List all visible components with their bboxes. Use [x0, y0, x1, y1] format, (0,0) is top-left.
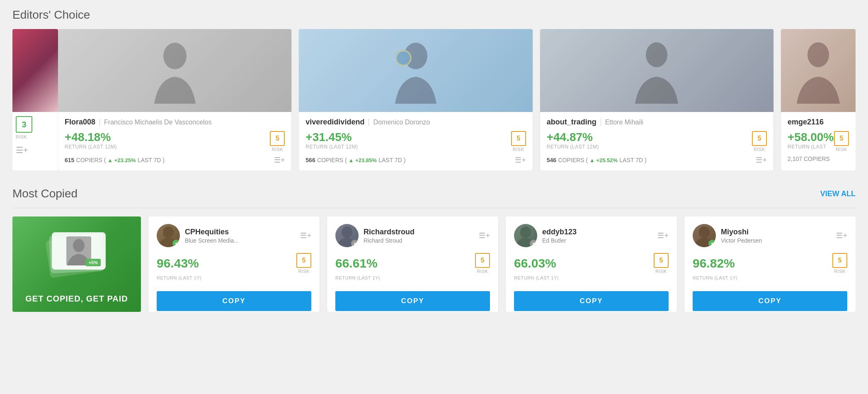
trader-cph-copy-button[interactable]: COPY — [157, 291, 311, 311]
editor-vivere-copiers-row: 566 COPIERS ( ▲ +23.85% LAST 7D ) ☰+ — [305, 156, 526, 165]
editor-flora-copy-icon[interactable]: ☰+ — [274, 156, 285, 165]
editor-flora-copiers-row: 615 COPIERS ( ▲ +23.25% LAST 7D ) ☰+ — [65, 156, 285, 165]
editor-about-risk-block: 5 RISK — [752, 131, 767, 152]
promo-card[interactable]: +5% GET COPIED, GET PAID — [12, 216, 141, 312]
editor-vivere-username-row: viveredidividend Domenico Doronzo — [305, 118, 526, 126]
trader-eddy-copy-button[interactable]: COPY — [514, 291, 669, 311]
trader-card-miyoshi: ★ Miyoshi Victor Pedersen ☰+ 96.82% 5 RI… — [684, 216, 856, 312]
editor-vivere-stats-row: +31.45% RETURN (LAST 12M) 5 RISK — [305, 131, 526, 152]
editor-emge-return-block: +58.00% RETURN (LAST — [788, 131, 834, 152]
trader-richard-copy-button[interactable]: COPY — [335, 291, 490, 311]
trader-richard-star: ★ — [351, 240, 359, 247]
svg-point-6 — [73, 239, 85, 252]
trader-cph-risk-block: 5 RISK — [296, 253, 311, 274]
view-all-link[interactable]: VIEW ALL — [820, 190, 856, 198]
editor-vivere-return-block: +31.45% RETURN (LAST 12M) — [305, 131, 358, 152]
trader-card-cph: ★ CPHequities Blue Screen Media... ☰+ 96… — [148, 216, 320, 312]
svg-point-4 — [646, 42, 667, 67]
trader-richard-menu-icon[interactable]: ☰+ — [479, 231, 490, 240]
editor-flora-return-label: RETURN (LAST 12M) — [65, 144, 117, 150]
trader-miyoshi-menu-icon[interactable]: ☰+ — [836, 231, 847, 240]
trader-miyoshi-risk-label: RISK — [834, 269, 846, 274]
trader-richard-return: 66.61% — [335, 256, 378, 270]
editor-card-about-body: about_trading Ettore Mihaili +44.87% RET… — [540, 112, 773, 170]
editor-vivere-copiers-change: ▲ +23.85% — [349, 157, 377, 163]
trader-eddy-avatar: ★ — [514, 224, 537, 247]
trader-eddy-menu-icon[interactable]: ☰+ — [657, 231, 669, 240]
editor-vivere-return-label: RETURN (LAST 12M) — [305, 144, 358, 150]
trader-cph-header: ★ CPHequities Blue Screen Media... ☰+ — [157, 224, 311, 247]
editors-choice-title: Editors' Choice — [12, 8, 90, 22]
trader-cph-names: CPHequities Blue Screen Media... — [185, 228, 239, 244]
editor-vivere-copiers-label: COPIERS ( — [317, 157, 348, 163]
editor-flora-risk-badge: 5 — [270, 131, 285, 146]
trader-miyoshi-return: 96.82% — [693, 256, 735, 270]
trader-eddy-header: ★ eddyb123 Ed Butler ☰+ — [514, 224, 669, 247]
trader-richard-header: ★ Richardstroud Richard Stroud ☰+ — [335, 224, 490, 247]
editor-vivere-copiers-period: LAST 7D ) — [378, 157, 405, 163]
editor-emge-return: +58.00% — [788, 131, 834, 144]
editor-about-copy-icon[interactable]: ☰+ — [756, 156, 767, 165]
partial-copy-icon[interactable]: ☰+ — [16, 145, 55, 155]
editor-about-username: about_trading — [547, 118, 596, 126]
editor-card-vivere: viveredidividend Domenico Doronzo +31.45… — [299, 29, 532, 170]
editor-emge-copiers: 2,107 COPIERS — [788, 156, 849, 162]
editor-card-flora-image — [58, 29, 291, 112]
editor-emge-risk-badge: 5 — [834, 131, 849, 146]
editor-vivere-username: viveredidividend — [305, 118, 364, 126]
trader-richard-return-row: 66.61% 5 RISK — [335, 253, 490, 274]
trader-richard-risk-badge: 5 — [475, 253, 490, 268]
svg-point-7 — [163, 226, 174, 238]
partial-risk-value: 3 — [22, 120, 26, 129]
promo-card-text: GET COPIED, GET PAID — [21, 294, 132, 304]
editor-card-partial-left: 3 RISK ☰+ — [12, 29, 58, 170]
editor-vivere-copiers-count: 566 — [305, 157, 315, 163]
editor-card-flora-body: Flora008 Francisco Michaelis De Vasconce… — [58, 112, 291, 170]
editor-flora-realname: Francisco Michaelis De Vasconcelos — [104, 119, 211, 126]
editors-choice-section: Editors' Choice 3 RISK ☰+ — [12, 8, 856, 170]
trader-cph-menu-icon[interactable]: ☰+ — [300, 231, 311, 240]
editor-card-vivere-body: viveredidividend Domenico Doronzo +31.45… — [299, 112, 532, 170]
editor-emge-return-label: RETURN (LAST — [788, 144, 834, 150]
editor-about-realname: Ettore Mihaili — [605, 119, 643, 126]
trader-eddy-names: eddyb123 Ed Butler — [542, 228, 577, 244]
trader-richard-risk-label: RISK — [477, 269, 488, 274]
trader-cph-username: CPHequities — [185, 228, 239, 236]
most-copied-section: Most Copied VIEW ALL — [12, 187, 856, 312]
trader-eddy-risk-block: 5 RISK — [654, 253, 669, 274]
trader-cph-avatar-info: ★ CPHequities Blue Screen Media... — [157, 224, 239, 247]
editors-choice-header: Editors' Choice — [12, 8, 856, 22]
editor-flora-return: +48.18% — [65, 131, 117, 144]
editor-about-return-block: +44.87% RETURN (LAST 12M) — [547, 131, 599, 152]
trader-richard-avatar: ★ — [335, 224, 359, 247]
editor-about-copiers-period: LAST 7D ) — [620, 157, 647, 163]
editor-flora-copiers-period: LAST 7D ) — [138, 157, 165, 163]
most-copied-title: Most Copied — [12, 187, 78, 200]
trader-eddy-risk-badge: 5 — [654, 253, 669, 268]
trader-eddy-return: 66.03% — [514, 256, 556, 270]
trader-miyoshi-copy-button[interactable]: COPY — [693, 291, 847, 311]
trader-eddy-username: eddyb123 — [542, 228, 577, 236]
editor-vivere-realname: Domenico Doronzo — [373, 119, 430, 126]
trader-eddy-realname: Ed Butler — [542, 237, 577, 244]
trader-richard-realname: Richard Stroud — [364, 237, 415, 244]
editor-card-emge-image — [781, 29, 856, 112]
trader-cph-star: ★ — [172, 240, 180, 247]
trader-richard-risk-block: 5 RISK — [475, 253, 490, 274]
page-container: Editors' Choice 3 RISK ☰+ — [0, 0, 868, 320]
editor-about-copiers-label: COPIERS ( — [558, 157, 589, 163]
editor-vivere-risk-label: RISK — [513, 147, 524, 152]
editor-emge-risk-block: 5 RISK — [834, 131, 849, 152]
trader-cph-risk-badge: 5 — [296, 253, 311, 268]
svg-point-9 — [520, 226, 531, 238]
svg-point-0 — [163, 43, 187, 69]
editor-flora-risk-block: 5 RISK — [270, 131, 285, 152]
editor-card-about-image — [540, 29, 773, 112]
most-copied-cards-row: +5% GET COPIED, GET PAID ★ — [12, 216, 856, 312]
editor-vivere-risk-badge: 5 — [511, 131, 526, 146]
svg-point-3 — [397, 51, 410, 65]
editor-vivere-copy-icon[interactable]: ☰+ — [515, 156, 526, 165]
trader-eddy-risk-label: RISK — [655, 269, 667, 274]
editor-card-emge-partial: emge2116 +58.00% RETURN (LAST 5 RISK 2,1… — [781, 29, 856, 170]
trader-eddy-avatar-info: ★ eddyb123 Ed Butler — [514, 224, 577, 247]
